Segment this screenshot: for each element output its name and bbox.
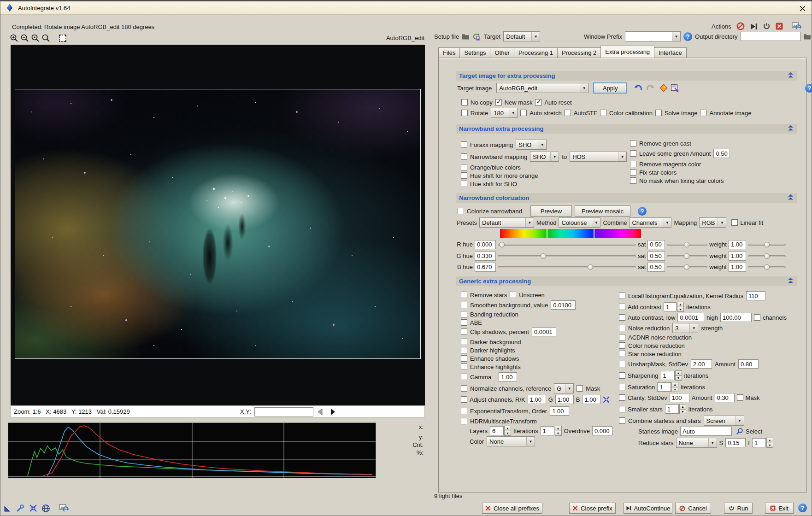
overdrive-input[interactable]: 0.000 bbox=[592, 426, 612, 435]
b-weight-slider[interactable] bbox=[748, 264, 786, 271]
r-weight-input[interactable]: 1.00 bbox=[729, 240, 746, 249]
rotate-checkbox[interactable] bbox=[461, 110, 468, 116]
adjust-r-input[interactable]: 1.00 bbox=[528, 395, 546, 404]
screenshot-icon[interactable] bbox=[792, 22, 802, 31]
no-copy-checkbox[interactable] bbox=[461, 99, 468, 106]
b-weight-input[interactable]: 1.00 bbox=[729, 263, 746, 272]
g-sat-input[interactable]: 0.50 bbox=[647, 252, 665, 261]
fix-star-colors-checkbox[interactable] bbox=[630, 169, 636, 176]
clip-shadows-checkbox[interactable] bbox=[461, 328, 467, 335]
auto-stretch-checkbox[interactable] bbox=[520, 110, 527, 116]
exponential-order-input[interactable]: 1.00 bbox=[550, 406, 569, 416]
prev-arrow-icon[interactable] bbox=[316, 408, 324, 416]
noise-reduction-select[interactable]: 3 bbox=[672, 323, 698, 333]
select-button[interactable]: Select bbox=[746, 428, 762, 435]
leave-green-amount-input[interactable]: 0.50 bbox=[713, 149, 730, 158]
linear-fit-checkbox[interactable] bbox=[731, 219, 738, 226]
i-input[interactable]: 1 bbox=[752, 438, 766, 447]
tab-interface[interactable]: Interface bbox=[654, 47, 687, 58]
g-hue-input[interactable]: 0.330 bbox=[475, 252, 496, 261]
remove-green-checkbox[interactable] bbox=[630, 140, 636, 147]
zoom-one-to-one-icon[interactable] bbox=[31, 34, 40, 42]
gamma-checkbox[interactable] bbox=[461, 374, 467, 380]
reset-channels-icon[interactable] bbox=[603, 396, 610, 403]
g-weight-input[interactable]: 1.00 bbox=[729, 252, 746, 261]
abe-checkbox[interactable] bbox=[461, 319, 467, 326]
close-all-prefixes-button[interactable]: Close all prefixes bbox=[482, 503, 542, 514]
crop-save-icon[interactable] bbox=[59, 34, 67, 42]
noise-reduction-checkbox[interactable] bbox=[619, 325, 625, 331]
target-select[interactable]: Default bbox=[503, 31, 540, 41]
smoothen-value-input[interactable]: 0.0100 bbox=[551, 300, 576, 310]
redo-icon[interactable] bbox=[646, 84, 655, 92]
skip-icon[interactable] bbox=[750, 23, 758, 30]
r-sat-slider[interactable] bbox=[667, 241, 707, 248]
exit-button[interactable]: Exit bbox=[765, 503, 794, 514]
collapse-section-icon[interactable] bbox=[788, 194, 794, 202]
annotate-image-checkbox[interactable] bbox=[700, 110, 706, 116]
sharpening-checkbox[interactable] bbox=[619, 372, 625, 379]
tab-extra-processing[interactable]: Extra processing bbox=[600, 46, 654, 58]
normalize-channels-checkbox[interactable] bbox=[461, 385, 467, 392]
g-hue-slider[interactable] bbox=[498, 252, 636, 260]
globe-icon[interactable] bbox=[41, 504, 50, 513]
combine-select[interactable]: Channels bbox=[629, 217, 671, 228]
remove-magenta-checkbox[interactable] bbox=[630, 161, 636, 167]
hue-shift-orange-checkbox[interactable] bbox=[461, 172, 467, 179]
preview-refresh-icon[interactable] bbox=[59, 504, 69, 513]
g-weight-slider[interactable] bbox=[748, 252, 786, 260]
saturation-input[interactable]: 1 bbox=[657, 382, 671, 392]
preview-button[interactable]: Preview bbox=[530, 205, 572, 217]
open-setup-folder-icon[interactable] bbox=[462, 33, 470, 40]
close-red-icon[interactable] bbox=[776, 23, 783, 30]
lhe-checkbox[interactable] bbox=[619, 293, 625, 299]
b-hue-input[interactable]: 0.670 bbox=[475, 263, 496, 272]
collapse-section-icon[interactable] bbox=[788, 125, 794, 133]
close-icon[interactable] bbox=[798, 4, 807, 13]
darker-highlights-checkbox[interactable] bbox=[461, 347, 467, 353]
starless-image-input[interactable]: Auto bbox=[680, 427, 732, 436]
gamma-input[interactable]: 1.00 bbox=[499, 372, 517, 381]
tab-settings[interactable]: Settings bbox=[459, 47, 490, 58]
undo-icon[interactable] bbox=[634, 84, 643, 92]
narrowband-to-select[interactable]: HOS bbox=[570, 152, 627, 162]
help-icon[interactable]: ? bbox=[805, 84, 812, 93]
tab-other[interactable]: Other bbox=[490, 47, 514, 58]
color-calibration-checkbox[interactable] bbox=[600, 110, 606, 116]
hue-shift-sho-checkbox[interactable] bbox=[461, 181, 467, 187]
wrench-icon[interactable] bbox=[16, 504, 25, 513]
foraxx-mapping-select[interactable]: SHO bbox=[516, 140, 547, 150]
presets-select[interactable]: Default bbox=[479, 217, 534, 228]
add-contrast-stepper[interactable]: ▲▼ bbox=[677, 302, 684, 312]
narrowband-from-select[interactable]: SHO bbox=[530, 152, 559, 162]
zoom-out-icon[interactable] bbox=[20, 34, 29, 42]
acdnr-checkbox[interactable] bbox=[619, 334, 625, 340]
auto-contrast-low-input[interactable]: 0.0001 bbox=[677, 313, 704, 322]
xy-input[interactable] bbox=[254, 407, 313, 416]
next-arrow-icon[interactable] bbox=[329, 408, 337, 416]
i-stepper[interactable]: ▲▼ bbox=[766, 438, 773, 448]
orange-blue-checkbox[interactable] bbox=[461, 164, 467, 170]
reduce-stars-select[interactable]: None bbox=[676, 438, 717, 448]
auto-contrast-checkbox[interactable] bbox=[619, 314, 625, 321]
unsharp-stddev-input[interactable]: 2.00 bbox=[691, 359, 712, 369]
zoom-fit-icon[interactable] bbox=[41, 34, 50, 42]
tab-files[interactable]: Files bbox=[438, 47, 460, 58]
leave-green-checkbox[interactable] bbox=[630, 150, 636, 157]
cancel-button[interactable]: Cancel bbox=[675, 503, 711, 514]
power-icon[interactable] bbox=[763, 23, 771, 30]
add-contrast-input[interactable]: 1 bbox=[664, 302, 677, 311]
narrowband-mapping-checkbox[interactable] bbox=[461, 153, 467, 160]
clarity-checkbox[interactable] bbox=[619, 394, 625, 401]
saturation-checkbox[interactable] bbox=[619, 384, 625, 390]
auto-reset-checkbox[interactable] bbox=[535, 99, 541, 106]
block-icon[interactable] bbox=[736, 22, 745, 30]
lhe-kernel-input[interactable]: 110 bbox=[746, 291, 765, 300]
sharpening-stepper[interactable]: ▲▼ bbox=[675, 370, 682, 381]
mapping-select[interactable]: RGB bbox=[699, 217, 726, 228]
search-icon[interactable] bbox=[736, 428, 743, 435]
layers-stepper[interactable]: ▲▼ bbox=[504, 426, 511, 436]
colorize-narrowband-checkbox[interactable] bbox=[458, 208, 464, 214]
b-sat-slider[interactable] bbox=[667, 264, 707, 271]
apply-button[interactable]: Apply bbox=[593, 82, 627, 94]
